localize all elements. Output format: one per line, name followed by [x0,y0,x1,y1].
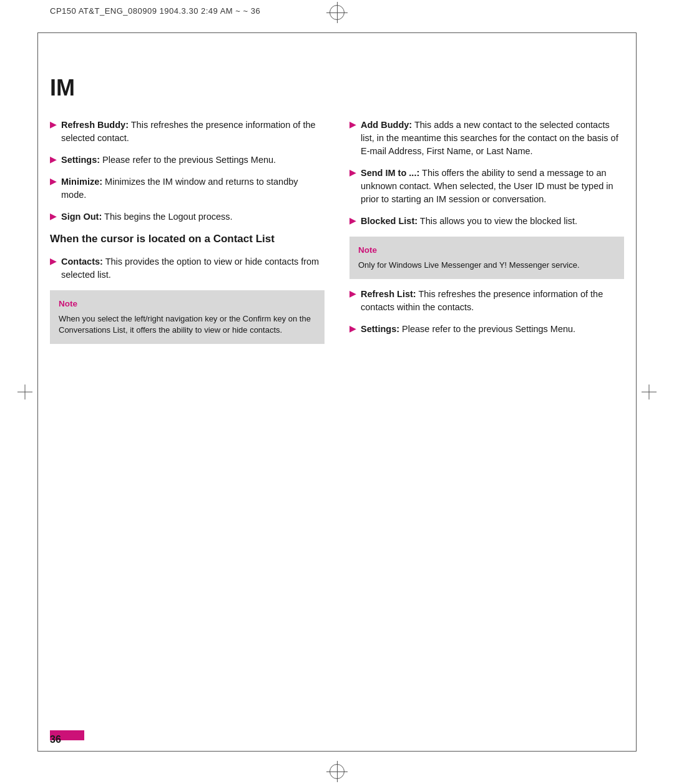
list-item: ▶ Refresh List: This refreshes the prese… [349,288,624,314]
page-border-bottom [37,751,637,752]
page-border-left [37,32,38,752]
item-text: Send IM to ...: This offers the ability … [361,167,624,206]
list-item: ▶ Contacts: This provides the option to … [50,255,325,282]
page-title: IM [50,75,624,101]
item-label: Blocked List: [361,216,418,226]
bullet-icon: ▶ [349,167,356,179]
header-text: CP150 AT&T_ENG_080909 1904.3.30 2:49 AM … [50,6,260,16]
item-text: Contacts: This provides the option to vi… [61,255,325,282]
item-label: Contacts: [61,257,103,267]
item-text: Sign Out: This begins the Logout process… [61,210,233,223]
note-text: Only for Windows Live Messenger and Y! M… [358,260,615,272]
item-label: Send IM to ...: [361,168,419,178]
page-border-top [37,32,637,33]
page-border-right [636,32,637,752]
item-label: Sign Out: [61,212,102,222]
bullet-icon: ▶ [50,176,56,188]
bullet-icon: ▶ [349,323,356,335]
bullet-icon: ▶ [349,119,356,131]
item-label: Settings: [61,155,100,165]
right-column: ▶ Add Buddy: This adds a new contact to … [349,119,624,728]
item-text: Blocked List: This allows you to view th… [361,215,577,228]
item-label: Settings: [361,324,399,334]
list-item: ▶ Settings: Please refer to the previous… [349,323,624,336]
item-label: Minimize: [61,177,102,187]
main-content: IM ▶ Refresh Buddy: This refreshes the p… [50,56,624,728]
list-item: ▶ Refresh Buddy: This refreshes the pres… [50,119,325,145]
item-text: Add Buddy: This adds a new contact to th… [361,119,624,158]
content-columns: ▶ Refresh Buddy: This refreshes the pres… [50,119,624,728]
left-column: ▶ Refresh Buddy: This refreshes the pres… [50,119,325,728]
page-number: 36 [50,734,61,745]
item-body: This begins the Logout process. [104,212,233,222]
note-box-left: Note When you select the left/right navi… [50,290,325,344]
note-label: Note [358,244,615,257]
list-item: ▶ Send IM to ...: This offers the abilit… [349,167,624,206]
list-item: ▶ Minimize: Minimizes the IM window and … [50,175,325,202]
item-label: Refresh List: [361,289,416,299]
reg-mark-left [17,385,32,399]
note-text: When you select the left/right navigatio… [59,313,316,337]
bullet-icon: ▶ [50,256,56,268]
note-label: Note [59,298,316,310]
reg-mark-right [642,385,657,399]
item-body: Please refer to the previous Settings Me… [102,155,276,165]
list-item: ▶ Add Buddy: This adds a new contact to … [349,119,624,158]
list-item: ▶ Blocked List: This allows you to view … [349,215,624,228]
item-label: Add Buddy: [361,120,412,130]
list-item: ▶ Settings: Please refer to the previous… [50,154,325,167]
item-text: Refresh List: This refreshes the presenc… [361,288,624,314]
item-text: Settings: Please refer to the previous S… [361,323,575,336]
bullet-icon: ▶ [349,215,356,227]
bullet-icon: ▶ [349,288,356,300]
bullet-icon: ▶ [50,119,56,131]
reg-mark-bottom [330,764,344,779]
item-body: Please refer to the previous Settings Me… [402,324,575,334]
item-label: Refresh Buddy: [61,120,129,130]
section-heading: When the cursor is located on a Contact … [50,232,325,247]
note-box-right: Note Only for Windows Live Messenger and… [349,237,624,278]
bullet-icon: ▶ [50,154,56,166]
item-text: Minimize: Minimizes the IM window and re… [61,175,325,202]
bullet-icon: ▶ [50,211,56,223]
item-body: This allows you to view the blocked list… [420,216,577,226]
item-text: Refresh Buddy: This refreshes the presen… [61,119,325,145]
reg-mark-top [330,5,344,20]
list-item: ▶ Sign Out: This begins the Logout proce… [50,210,325,223]
item-text: Settings: Please refer to the previous S… [61,154,276,167]
